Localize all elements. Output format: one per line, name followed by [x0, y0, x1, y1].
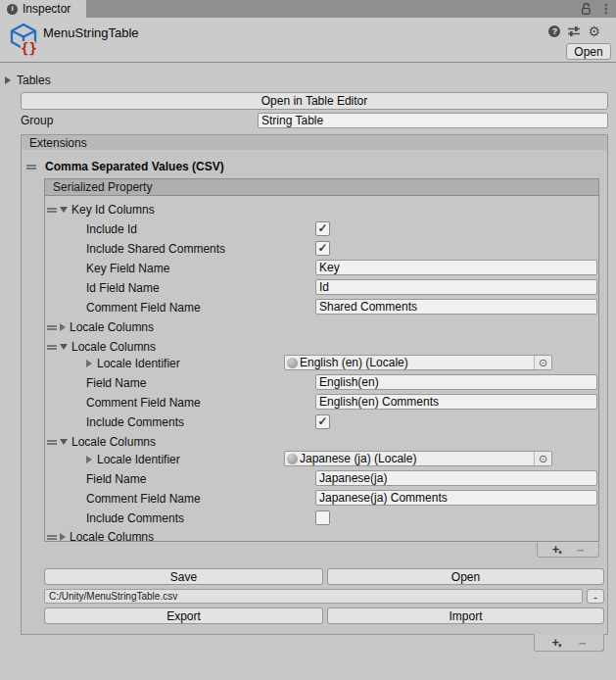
export-button[interactable]: Export — [44, 607, 323, 624]
serialized-property-label: Serialized Property — [53, 180, 152, 194]
remove-element-button[interactable]: − — [577, 544, 585, 557]
object-picker-icon[interactable]: ⊙ — [534, 452, 551, 465]
group-label: Group — [21, 114, 53, 127]
include-comments-en-label: Include Comments — [86, 415, 184, 429]
foldout-closed-icon[interactable] — [60, 533, 66, 541]
locale-columns-label: Locale Columns — [70, 320, 154, 334]
locale-identifier-ja-label: Locale Identifier — [97, 453, 180, 466]
field-name-en-label: Field Name — [86, 376, 146, 390]
tab-inspector[interactable]: i Inspector — [0, 0, 86, 18]
locale-identifier-en-label: Locale Identifier — [97, 357, 180, 370]
remove-extension-button[interactable]: − — [579, 637, 587, 650]
foldout-closed-icon — [86, 456, 92, 463]
help-icon[interactable]: ? — [548, 25, 560, 37]
include-comments-en-row: Include Comments — [45, 413, 616, 432]
include-shared-comments-label: Include Shared Comments — [86, 242, 225, 256]
scriptable-object-icon: {} — [8, 22, 41, 60]
include-shared-comments-row: Include Shared Comments — [45, 239, 616, 259]
drag-handle-icon[interactable] — [47, 345, 57, 350]
add-element-button[interactable]: +▾ — [552, 543, 562, 557]
locale-asset-icon — [287, 358, 298, 368]
add-extension-button[interactable]: +▾ — [551, 636, 561, 650]
extensions-header: Extensions — [21, 134, 608, 151]
field-name-en-input[interactable] — [315, 374, 597, 390]
drag-handle-icon[interactable] — [26, 165, 36, 170]
foldout-closed-icon — [86, 360, 92, 367]
caret-down-icon: ▾ — [558, 642, 562, 650]
locale-columns-ja-row[interactable]: Locale Columns — [45, 432, 598, 452]
locale-columns-collapsed-row[interactable]: Locale Columns — [45, 317, 598, 337]
open-asset-button[interactable]: Open — [566, 43, 611, 60]
drag-handle-icon[interactable] — [47, 440, 57, 445]
import-button[interactable]: Import — [327, 607, 604, 624]
id-field-name-label: Id Field Name — [86, 281, 160, 295]
comment-field-en-label: Comment Field Name — [86, 396, 201, 410]
include-shared-comments-checkbox[interactable]: ✓ — [315, 241, 330, 256]
unlock-icon[interactable] — [580, 2, 592, 16]
tables-foldout[interactable]: Tables — [5, 73, 51, 87]
locale-columns-collapsed-row[interactable]: Locale Columns — [45, 527, 598, 547]
drag-handle-icon[interactable] — [47, 208, 57, 213]
locale-columns-label: Locale Columns — [70, 530, 154, 544]
id-field-name-input[interactable] — [315, 279, 597, 295]
kebab-menu-icon[interactable]: ⋮ — [600, 3, 612, 15]
remove-path-button[interactable]: - — [587, 589, 604, 604]
comment-field-en-input[interactable] — [315, 394, 597, 410]
serialized-property-header: Serialized Property — [45, 179, 598, 196]
locale-identifier-ja-value: Japanese (ja) (Locale) — [300, 452, 534, 465]
key-id-columns-row[interactable]: Key Id Columns — [45, 200, 598, 219]
csv-path-text: C:/Unity/MenuStringTable.csv — [49, 591, 177, 602]
include-id-row: Include Id — [45, 219, 616, 239]
locale-asset-icon — [287, 454, 298, 464]
extensions-label: Extensions — [29, 136, 87, 150]
csv-extension-title: Comma Separated Values (CSV) — [45, 160, 224, 173]
serialized-property-list-footer: +▾ − — [537, 542, 599, 558]
tab-bar: i Inspector ⋮ — [0, 0, 616, 18]
locale-identifier-en-objectfield[interactable]: English (en) (Locale) ⊙ — [284, 355, 552, 370]
svg-text:{}: {} — [21, 40, 37, 56]
locale-columns-en-label: Locale Columns — [71, 340, 156, 354]
gear-icon[interactable]: ⚙ — [588, 24, 600, 38]
save-button[interactable]: Save — [44, 568, 323, 585]
foldout-open-icon[interactable] — [60, 344, 68, 350]
key-field-name-label: Key Field Name — [86, 262, 169, 275]
locale-columns-ja-label: Locale Columns — [71, 435, 156, 449]
foldout-closed-icon[interactable] — [60, 323, 66, 331]
include-id-checkbox[interactable]: ✓ — [315, 221, 330, 236]
object-picker-icon[interactable]: ⊙ — [534, 356, 551, 369]
inspector-window: i Inspector ⋮ {} MenuStringTable ? — [0, 0, 616, 680]
extensions-list-footer: +▾ − — [534, 634, 604, 652]
info-icon: i — [7, 4, 18, 15]
inspector-header: {} MenuStringTable ? ⚙ Open — [0, 18, 616, 63]
drag-handle-icon[interactable] — [47, 535, 57, 540]
include-id-label: Include Id — [86, 222, 137, 236]
foldout-arrow-icon — [5, 76, 11, 84]
include-comments-ja-row: Include Comments — [45, 509, 616, 528]
foldout-open-icon[interactable] — [60, 207, 68, 213]
comment-field-ja-input[interactable] — [315, 490, 597, 506]
field-name-ja-label: Field Name — [86, 472, 146, 486]
caret-down-icon: ▾ — [558, 549, 562, 557]
field-name-ja-input[interactable] — [315, 470, 597, 486]
key-field-name-input[interactable] — [315, 260, 597, 275]
include-comments-ja-label: Include Comments — [86, 511, 184, 525]
open-in-table-editor-button[interactable]: Open in Table Editor — [21, 92, 608, 110]
key-id-columns-label: Key Id Columns — [71, 203, 155, 217]
comment-field-name-label: Comment Field Name — [86, 301, 201, 315]
tab-label: Inspector — [23, 2, 71, 16]
presets-icon[interactable] — [567, 25, 581, 37]
include-comments-en-checkbox[interactable]: ✓ — [315, 414, 330, 429]
asset-title: MenuStringTable — [43, 25, 139, 40]
csv-path-field: C:/Unity/MenuStringTable.csv — [44, 589, 583, 604]
comment-field-name-input[interactable] — [315, 299, 597, 315]
include-comments-ja-checkbox[interactable] — [315, 510, 330, 525]
locale-identifier-en-value: English (en) (Locale) — [300, 356, 534, 369]
tables-label: Tables — [17, 73, 51, 87]
group-input[interactable] — [258, 113, 608, 128]
drag-handle-icon[interactable] — [47, 325, 57, 330]
open-button[interactable]: Open — [327, 568, 604, 585]
foldout-open-icon[interactable] — [60, 439, 68, 445]
comment-field-ja-label: Comment Field Name — [86, 492, 201, 506]
locale-identifier-ja-objectfield[interactable]: Japanese (ja) (Locale) ⊙ — [284, 451, 552, 466]
